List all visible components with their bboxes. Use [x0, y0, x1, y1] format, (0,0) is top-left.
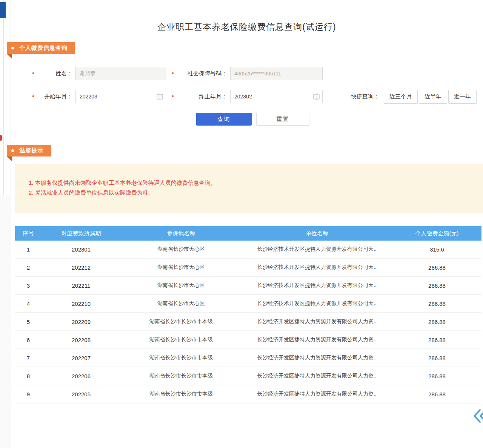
table-cell: 湖南省长沙市天心区	[121, 241, 242, 258]
bullet-icon	[11, 47, 14, 49]
section-badge-tips: 温馨提示	[7, 145, 51, 156]
table-cell: 315.6	[392, 241, 481, 258]
table-cell: 286.88	[392, 331, 481, 349]
table-header-cell: 序号	[15, 226, 42, 241]
table-cell: 长沙经济开发区捷特人力资源开发有限公司人力资..	[242, 313, 392, 331]
quick-range-button[interactable]: 近三个月	[384, 90, 418, 104]
end-field-group: * 终止年月：	[172, 90, 323, 103]
quick-range-group-wrap: 快捷查询： 近三个月近半年近一年	[351, 90, 478, 103]
table-cell: 湖南省长沙市天心区	[121, 276, 242, 295]
table-header-cell: 对应费款所属期	[42, 226, 121, 241]
table-cell: 3	[15, 276, 42, 295]
ssn-input[interactable]	[230, 67, 323, 80]
table-cell: 202211	[42, 276, 121, 295]
table-cell: 202208	[42, 331, 121, 349]
required-asterisk: *	[172, 94, 176, 100]
table-cell: 长沙经济开发区捷特人力资源开发有限公司人力资..	[242, 385, 392, 403]
calendar-icon[interactable]	[313, 93, 320, 100]
table-cell: 286.88	[392, 367, 481, 385]
table-cell: 202301	[42, 241, 121, 258]
table-row: 7202207湖南省长沙市长沙市市本级长沙经济开发区捷特人力资源开发有限公司人力…	[15, 349, 481, 367]
name-field-group: * 姓名：	[32, 67, 166, 80]
required-asterisk: *	[32, 94, 37, 100]
table-cell: 286.88	[392, 385, 481, 403]
rail-marker	[0, 135, 2, 141]
calendar-icon[interactable]	[157, 93, 163, 100]
table-cell: 4	[15, 295, 42, 313]
table-cell: 5	[15, 313, 42, 331]
badge-fold	[7, 54, 12, 59]
table-cell: 湖南省长沙市天心区	[121, 295, 242, 313]
panel-left-border	[11, 0, 11, 448]
badge-fold	[7, 156, 12, 161]
section-badge-personal-query: 个人缴费信息查询	[7, 42, 75, 54]
table-header-row: 序号对应费款所属期参保地名称单位名称个人缴费金额(元)	[15, 226, 481, 241]
quick-range-group: 近三个月近半年近一年	[384, 90, 478, 104]
table-cell: 6	[15, 331, 42, 349]
sidebar-rail	[0, 195, 10, 448]
tips-notice: 1. 本服务仅提供尚未领取企业职工基本养老保险待遇人员的缴费信息查询。 2. 灵…	[15, 164, 483, 213]
table-row: 5202209湖南省长沙市长沙市市本级长沙经济开发区捷特人力资源开发有限公司人力…	[15, 313, 481, 331]
quick-range-label: 快捷查询：	[351, 93, 379, 100]
start-month-input[interactable]	[75, 90, 166, 103]
table-cell: 长沙经济开发区捷特人力资源开发有限公司人力资..	[242, 367, 392, 385]
sidebar-collapsed-tab[interactable]	[0, 2, 6, 18]
reset-button[interactable]: 重置	[256, 113, 309, 126]
start-field-group: * 开始年月：	[32, 90, 166, 103]
table-cell: 202210	[42, 295, 121, 313]
collapse-panel-icon[interactable]	[471, 407, 483, 425]
table-cell: 湖南省长沙市长沙市市本级	[121, 367, 242, 385]
tips-line: 1. 本服务仅提供尚未领取企业职工基本养老保险待遇人员的缴费信息查询。	[29, 178, 475, 188]
table-cell: 202207	[42, 349, 121, 367]
end-month-input[interactable]	[230, 90, 323, 103]
table-cell: 1	[15, 241, 42, 258]
table-cell: 286.88	[392, 313, 481, 331]
table-cell: 长沙经济开发区捷特人力资源开发有限公司人力资..	[242, 331, 392, 349]
table-cell: 长沙经济技术开发区捷特人力资源开发有限公司天..	[242, 241, 392, 258]
table-cell: 202209	[42, 313, 121, 331]
tips-line: 2. 灵活就业人员的缴费单位信息以实际缴费为准。	[29, 188, 475, 198]
table-cell: 湖南省长沙市长沙市市本级	[121, 313, 242, 331]
table-cell: 长沙经济技术开发区捷特人力资源开发有限公司天..	[242, 295, 392, 313]
bullet-icon	[11, 149, 14, 152]
table-cell: 202206	[42, 367, 121, 385]
table-cell: 202212	[42, 258, 121, 276]
table-cell: 湖南省长沙市长沙市市本级	[121, 385, 242, 403]
table-header-cell: 单位名称	[242, 226, 392, 241]
table-cell: 202205	[42, 385, 121, 403]
query-button[interactable]: 查询	[196, 113, 252, 126]
table-cell: 长沙经济技术开发区捷特人力资源开发有限公司天..	[242, 258, 392, 276]
end-month-label: 终止年月：	[176, 93, 230, 100]
table-cell: 长沙经济开发区捷特人力资源开发有限公司人力资..	[242, 349, 392, 367]
table-cell: 8	[15, 367, 42, 385]
table-row: 8202206湖南省长沙市长沙市市本级长沙经济开发区捷特人力资源开发有限公司人力…	[15, 367, 481, 385]
name-input[interactable]	[75, 67, 166, 80]
table-cell: 286.88	[392, 349, 481, 367]
sidebar-divider	[3, 0, 4, 195]
table-cell: 2	[15, 258, 42, 276]
table-row: 2202212湖南省长沙市天心区长沙经济技术开发区捷特人力资源开发有限公司天..…	[15, 258, 481, 276]
quick-range-button[interactable]: 近半年	[419, 90, 447, 104]
table-row: 1202301湖南省长沙市天心区长沙经济技术开发区捷特人力资源开发有限公司天..…	[15, 241, 481, 258]
quick-range-button[interactable]: 近一年	[448, 90, 477, 104]
table-header-cell: 个人缴费金额(元)	[392, 226, 481, 241]
table-cell: 286.88	[392, 295, 481, 313]
required-asterisk: *	[32, 71, 37, 77]
section-badge-label: 个人缴费信息查询	[19, 44, 68, 52]
table-cell: 9	[15, 385, 42, 403]
name-label: 姓名：	[37, 70, 75, 77]
ssn-label: 社会保障号码：	[176, 70, 230, 77]
table-cell: 7	[15, 349, 42, 367]
page-title: 企业职工基本养老保险缴费信息查询(试运行)	[11, 21, 483, 33]
table-cell: 286.88	[392, 258, 481, 276]
table-cell: 湖南省长沙市天心区	[121, 258, 242, 276]
table-cell: 湖南省长沙市长沙市市本级	[121, 349, 242, 367]
section-badge-label: 温馨提示	[19, 147, 43, 154]
table-cell: 长沙经济技术开发区捷特人力资源开发有限公司天..	[242, 276, 392, 295]
table-row: 9202205湖南省长沙市长沙市市本级长沙经济开发区捷特人力资源开发有限公司人力…	[15, 385, 481, 403]
table-row: 6202208湖南省长沙市长沙市市本级长沙经济开发区捷特人力资源开发有限公司人力…	[15, 331, 481, 349]
required-asterisk: *	[172, 71, 176, 77]
table-cell: 286.88	[392, 276, 481, 295]
table-header-cell: 参保地名称	[121, 226, 242, 241]
table-cell: 湖南省长沙市长沙市市本级	[121, 331, 242, 349]
